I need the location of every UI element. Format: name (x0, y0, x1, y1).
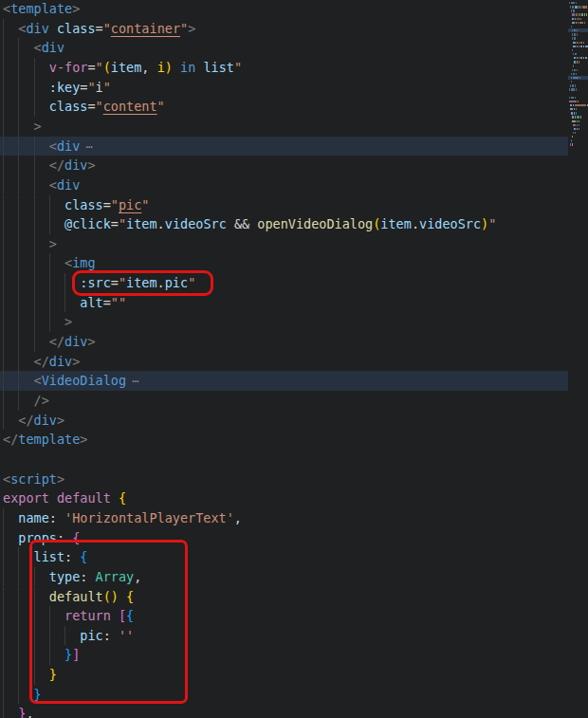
code-line[interactable]: list: { (0, 547, 568, 567)
code-token-tag: div (64, 157, 87, 173)
indent-space (3, 334, 49, 349)
code-editor[interactable]: <template> <div class="container"> <div … (0, 0, 588, 718)
code-token-str: "" (111, 295, 126, 310)
code-line[interactable]: name: 'HorizontalPlayerText', (0, 508, 568, 528)
code-line[interactable]: :src="item.pic" (0, 273, 568, 293)
code-line[interactable]: } (0, 685, 568, 705)
code-token-punct: < (49, 138, 57, 154)
code-line[interactable] (0, 450, 568, 469)
minimap-line (569, 88, 577, 90)
code-line[interactable]: /> (0, 391, 568, 411)
code-token-str: " (119, 216, 126, 231)
code-line[interactable]: <template> (0, 0, 568, 19)
code-token-attr: pic (80, 628, 102, 643)
indent-space (3, 275, 80, 290)
indent-space (3, 667, 49, 682)
code-token-op: = (111, 216, 119, 231)
code-line[interactable]: return [{ (0, 606, 568, 626)
minimap-line (569, 6, 588, 8)
code-token-op: . (157, 216, 165, 231)
minimap-line (569, 22, 585, 24)
code-line[interactable]: props: { (0, 528, 568, 548)
code-token-attr: props (18, 530, 57, 545)
code-line[interactable]: </div> (0, 352, 568, 372)
code-token-tag: div (34, 413, 57, 428)
code-line[interactable]: <div (0, 38, 568, 58)
code-token-str: " (87, 80, 95, 95)
code-token-punct: > (34, 119, 42, 134)
code-line[interactable]: default() { (0, 587, 568, 607)
indent-space (3, 138, 49, 154)
code-token-op: , (26, 706, 33, 718)
code-token-punct: > (188, 21, 195, 36)
code-token-stru: container (111, 21, 180, 36)
code-token-str: " (96, 60, 103, 75)
code-token-op: = (103, 295, 111, 310)
code-token-punct: </ (3, 432, 18, 447)
code-token-op: && (227, 216, 258, 231)
indent-space (3, 647, 64, 662)
code-line[interactable]: </div> (0, 156, 568, 175)
code-line[interactable]: }, (0, 704, 568, 718)
code-line[interactable]: <script> (0, 469, 568, 489)
minimap-line (569, 57, 588, 59)
code-token-str: " (188, 275, 195, 290)
fold-ellipsis[interactable]: ⋯ (126, 375, 138, 388)
code-line[interactable]: type: Array, (0, 567, 568, 587)
minimap-line (569, 104, 588, 106)
code-line[interactable]: class="content" (0, 97, 568, 117)
code-line[interactable]: export default { (0, 488, 568, 508)
code-line[interactable]: @click="item.videoSrc && openVideoDialog… (0, 214, 568, 234)
code-token-punct: > (57, 471, 64, 487)
code-token-op (119, 589, 126, 604)
indent-space (3, 393, 34, 408)
code-token-op: : (57, 530, 72, 545)
code-token-fn: openVideoDialog (257, 216, 373, 231)
code-line[interactable]: <div class="container"> (0, 19, 568, 39)
code-token-tag: div (57, 177, 80, 193)
code-line[interactable]: > (0, 234, 568, 254)
code-token-punct: < (34, 373, 42, 388)
code-line[interactable]: pic: '' (0, 626, 568, 646)
code-token-attr: type (49, 569, 81, 584)
code-line[interactable]: }] (0, 645, 568, 665)
code-line[interactable]: <div (0, 175, 568, 195)
indent-space (3, 21, 18, 36)
code-token-b1: ( (103, 60, 111, 75)
code-token-tag: script (10, 471, 57, 487)
code-line[interactable]: <img (0, 253, 568, 273)
code-token-op (173, 60, 180, 75)
minimap-line (569, 143, 573, 145)
code-line[interactable]: v-for="(item, i) in list" (0, 58, 568, 78)
code-token-b3: } (34, 687, 42, 702)
code-token-op: i (96, 80, 103, 95)
code-line[interactable]: } (0, 665, 568, 685)
indent-space (3, 255, 64, 270)
code-token-tag: template (10, 1, 72, 16)
minimap-line (569, 42, 584, 44)
code-line-folded[interactable]: <div ⋯ (0, 137, 568, 156)
code-token-op: = (87, 99, 95, 114)
code-line[interactable]: </template> (0, 430, 568, 450)
minimap-line (569, 120, 579, 122)
code-line[interactable]: > (0, 117, 568, 137)
code-line-folded[interactable]: <VideoDialog ⋯ (0, 371, 568, 391)
code-token-b1: () (103, 589, 119, 604)
code-token-fn: default (49, 589, 103, 604)
code-line[interactable]: :key="i" (0, 78, 568, 98)
code-line[interactable]: class="pic" (0, 195, 568, 215)
code-token-tag: div (49, 354, 72, 369)
minimap[interactable] (568, 0, 588, 718)
minimap-line (569, 128, 579, 130)
minimap-line (569, 73, 577, 75)
code-token-attr: list (34, 549, 65, 564)
code-token-attr: :src (80, 275, 111, 290)
minimap-line (569, 13, 588, 15)
minimap-line (569, 49, 573, 51)
code-line[interactable]: </div> (0, 411, 568, 431)
fold-ellipsis[interactable]: ⋯ (80, 140, 91, 154)
code-line[interactable]: alt="" (0, 293, 568, 313)
indent-space (3, 373, 34, 388)
code-line[interactable]: > (0, 312, 568, 332)
code-line[interactable]: </div> (0, 332, 568, 352)
